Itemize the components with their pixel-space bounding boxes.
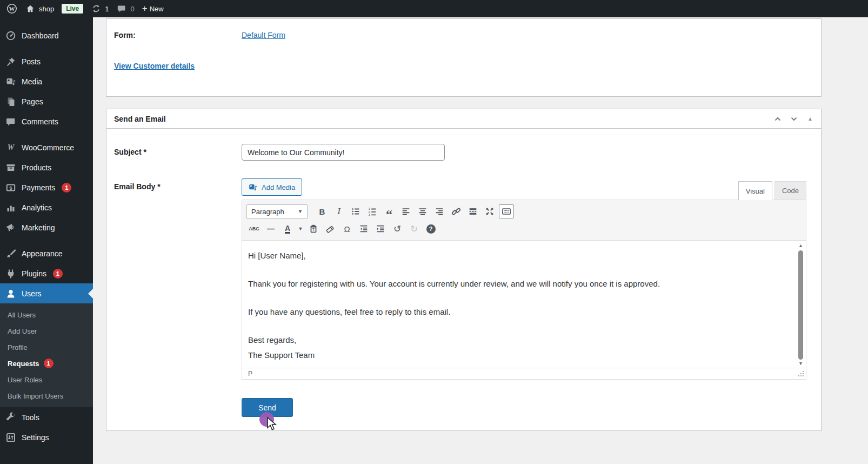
read-more-tag-button[interactable]	[465, 204, 480, 218]
editor-content-area[interactable]: Hi [User Name], Thank you for registerin…	[242, 241, 806, 368]
paste-as-text-button[interactable]: T	[306, 222, 321, 236]
editor-toolbar: Paragraph ▼ B I 123 “	[242, 200, 806, 241]
italic-button[interactable]: I	[331, 204, 346, 218]
updates-count: 1	[105, 5, 109, 13]
toggle-panel-icon[interactable]: ▲	[805, 114, 816, 124]
bold-button[interactable]: B	[315, 204, 330, 218]
box-icon	[5, 162, 16, 173]
sidebar-item-users[interactable]: Users	[0, 283, 93, 303]
default-form-link[interactable]: Default Form	[242, 31, 285, 39]
requests-badge: 1	[44, 359, 54, 368]
sidebar-item-settings[interactable]: Settings	[0, 427, 93, 447]
submenu-label: All Users	[8, 311, 36, 319]
sidebar-item-pages[interactable]: Pages	[0, 91, 93, 111]
sidebar-item-label: Tools	[22, 413, 39, 422]
align-right-button[interactable]	[432, 204, 447, 218]
scrollbar-thumb[interactable]	[798, 250, 803, 360]
paragraph-dropdown[interactable]: Paragraph ▼	[246, 204, 308, 219]
indent-button[interactable]	[373, 222, 388, 236]
settings-icon	[5, 432, 16, 443]
help-button[interactable]: ?	[423, 222, 438, 236]
submenu-item-all-users[interactable]: All Users	[0, 307, 93, 323]
submenu-item-profile[interactable]: Profile	[0, 339, 93, 355]
sidebar-item-posts[interactable]: Posts	[0, 51, 93, 71]
blockquote-button[interactable]: “	[382, 204, 397, 218]
admin-sidebar: Dashboard Posts Media Pages Comments	[0, 17, 93, 464]
sidebar-item-products[interactable]: Products	[0, 157, 93, 177]
dashboard-icon	[5, 30, 16, 41]
horizontal-rule-button[interactable]: —	[263, 222, 278, 236]
comments-icon	[5, 116, 16, 127]
sidebar-item-marketing[interactable]: Marketing	[0, 217, 93, 237]
plugin-icon	[5, 268, 16, 279]
submenu-item-requests[interactable]: Requests 1	[0, 355, 93, 372]
sidebar-item-appearance[interactable]: Appearance	[0, 243, 93, 263]
fullscreen-button[interactable]	[482, 204, 497, 218]
sidebar-item-label: Pages	[22, 97, 43, 106]
sidebar-item-payments[interactable]: $ Payments 1	[0, 177, 93, 197]
align-left-button[interactable]	[398, 204, 413, 218]
submenu-item-bulk-import-users[interactable]: Bulk Import Users	[0, 388, 93, 404]
brush-icon	[5, 248, 16, 259]
undo-button[interactable]: ↺	[390, 222, 405, 236]
sidebar-item-label: Plugins	[22, 269, 46, 278]
strikethrough-button[interactable]: ABC	[246, 222, 262, 236]
comments-menu[interactable]: 0	[116, 3, 134, 14]
resize-grip-icon[interactable]	[798, 370, 804, 377]
scrollbar-up-arrow-icon[interactable]: ▲	[798, 242, 803, 249]
main-content: Form: Default Form View Customer details…	[93, 17, 868, 464]
text-color-caret-icon[interactable]: ▼	[297, 222, 304, 236]
request-detail-panel: Form: Default Form View Customer details	[106, 18, 822, 97]
editor-status-bar: P	[242, 368, 806, 380]
sidebar-item-media[interactable]: Media	[0, 71, 93, 91]
subject-input[interactable]	[242, 144, 445, 161]
move-down-icon[interactable]	[789, 114, 799, 124]
payments-icon: $	[5, 182, 16, 193]
sidebar-item-analytics[interactable]: Analytics	[0, 197, 93, 217]
paragraph-dropdown-label: Paragraph	[251, 208, 284, 216]
sidebar-item-plugins[interactable]: Plugins 1	[0, 263, 93, 283]
comments-count: 0	[130, 5, 134, 13]
editor-scrollbar[interactable]: ▲ ▼	[797, 242, 805, 367]
updates-menu[interactable]: 1	[91, 3, 109, 14]
redo-button[interactable]: ↻	[406, 222, 422, 236]
clear-formatting-button[interactable]	[323, 222, 338, 236]
submenu-item-user-roles[interactable]: User Roles	[0, 372, 93, 388]
sidebar-item-dashboard[interactable]: Dashboard	[0, 25, 93, 45]
sidebar-item-label: Comments	[22, 117, 58, 126]
submenu-label: User Roles	[8, 376, 42, 384]
send-row-spacer	[114, 398, 242, 417]
new-content-menu[interactable]: + New	[142, 3, 164, 14]
sidebar-item-comments[interactable]: Comments	[0, 111, 93, 131]
bullet-list-button[interactable]	[348, 204, 363, 218]
add-media-label: Add Media	[262, 183, 295, 191]
link-button[interactable]	[449, 204, 464, 218]
sidebar-item-label: WooCommerce	[22, 143, 74, 152]
numbered-list-button[interactable]: 123	[365, 204, 380, 218]
sidebar-item-tools[interactable]: Tools	[0, 407, 93, 427]
svg-text:$: $	[9, 184, 12, 190]
add-media-button[interactable]: Add Media	[242, 178, 302, 196]
text-color-button[interactable]: A	[280, 222, 295, 236]
view-customer-details-link[interactable]: View Customer details	[114, 62, 195, 70]
email-body-editor: Add Media Visual Code Paragraph	[242, 178, 806, 380]
special-character-button[interactable]: Ω	[339, 222, 355, 236]
submenu-label: Profile	[8, 343, 28, 352]
tab-visual[interactable]: Visual	[738, 181, 772, 200]
align-center-button[interactable]	[415, 204, 430, 218]
toolbar-toggle-button[interactable]	[499, 204, 514, 218]
submenu-item-add-user[interactable]: Add User	[0, 323, 93, 339]
wordpress-logo-menu[interactable]: W	[6, 3, 17, 14]
sidebar-item-label: Marketing	[22, 223, 55, 232]
tab-code[interactable]: Code	[774, 181, 806, 200]
editor-paragraph: Hi [User Name],	[248, 250, 790, 261]
move-up-icon[interactable]	[772, 114, 783, 124]
sidebar-item-label: Users	[22, 289, 42, 298]
panel-title: Send an Email	[114, 115, 166, 123]
outdent-button[interactable]	[356, 222, 371, 236]
scrollbar-down-arrow-icon[interactable]: ▼	[798, 360, 803, 367]
admin-bar: W shop Live 1 0 + New	[0, 0, 868, 17]
sidebar-item-woocommerce[interactable]: W WooCommerce	[0, 137, 93, 157]
site-menu[interactable]: shop	[25, 3, 54, 14]
send-button[interactable]: Send	[242, 398, 293, 417]
